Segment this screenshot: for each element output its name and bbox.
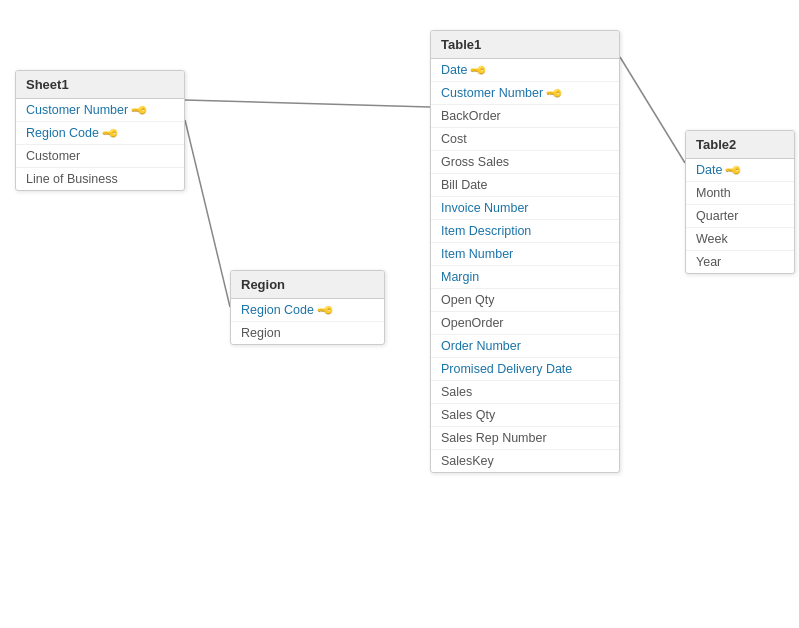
table1-field-openorder: OpenOrder [431,312,619,335]
table1-field-promised-delivery-date: Promised Delivery Date [431,358,619,381]
key-icon: 🔑 [130,100,149,119]
field-label: Month [696,186,731,200]
svg-line-1 [185,120,230,307]
region-field-region: Region [231,322,384,344]
field-label: Item Description [441,224,531,238]
field-label: Sales [441,385,472,399]
field-label: Customer Number [26,103,128,117]
field-label: Week [696,232,728,246]
table2-field-quarter: Quarter [686,205,794,228]
field-label: Order Number [441,339,521,353]
table1-field-gross-sales: Gross Sales [431,151,619,174]
field-label: Margin [441,270,479,284]
field-label: BackOrder [441,109,501,123]
table1-field-margin: Margin [431,266,619,289]
sheet1-field-customer: Customer [16,145,184,168]
key-icon: 🔑 [545,83,564,102]
table1-field-cost: Cost [431,128,619,151]
table1-field-customer-number: Customer Number 🔑 [431,82,619,105]
table1-title: Table1 [431,31,619,59]
sheet1-field-line-of-business: Line of Business [16,168,184,190]
field-label: Promised Delivery Date [441,362,572,376]
table2-field-date: Date 🔑 [686,159,794,182]
table1-field-sales-rep-number: Sales Rep Number [431,427,619,450]
table1-field-backorder: BackOrder [431,105,619,128]
diagram-canvas: Sheet1 Customer Number 🔑 Region Code 🔑 C… [0,0,799,628]
field-label: Cost [441,132,467,146]
key-icon: 🔑 [469,60,488,79]
table2-table: Table2 Date 🔑 Month Quarter Week Year [685,130,795,274]
table1-field-sales: Sales [431,381,619,404]
field-label: Region Code [241,303,314,317]
table1-field-order-number: Order Number [431,335,619,358]
key-icon: 🔑 [315,300,334,319]
table2-field-week: Week [686,228,794,251]
table1-field-sales-qty: Sales Qty [431,404,619,427]
field-label: Date [441,63,467,77]
table1-table: Table1 Date 🔑 Customer Number 🔑 BackOrde… [430,30,620,473]
svg-line-0 [185,100,430,107]
sheet1-table: Sheet1 Customer Number 🔑 Region Code 🔑 C… [15,70,185,191]
table1-field-date: Date 🔑 [431,59,619,82]
table1-field-saleskey: SalesKey [431,450,619,472]
key-icon: 🔑 [100,123,119,142]
region-table: Region Region Code 🔑 Region [230,270,385,345]
field-label: Sales Qty [441,408,495,422]
table2-title: Table2 [686,131,794,159]
field-label: Quarter [696,209,738,223]
field-label: Region [241,326,281,340]
table2-field-year: Year [686,251,794,273]
sheet1-title: Sheet1 [16,71,184,99]
sheet1-field-region-code: Region Code 🔑 [16,122,184,145]
table1-field-bill-date: Bill Date [431,174,619,197]
table1-field-open-qty: Open Qty [431,289,619,312]
field-label: Date [696,163,722,177]
field-label: Customer Number [441,86,543,100]
field-label: OpenOrder [441,316,504,330]
field-label: SalesKey [441,454,494,468]
field-label: Open Qty [441,293,495,307]
region-title: Region [231,271,384,299]
field-label: Gross Sales [441,155,509,169]
field-label: Region Code [26,126,99,140]
field-label: Year [696,255,721,269]
sheet1-field-customer-number: Customer Number 🔑 [16,99,184,122]
field-label: Line of Business [26,172,118,186]
region-field-region-code: Region Code 🔑 [231,299,384,322]
table1-field-invoice-number: Invoice Number [431,197,619,220]
table2-field-month: Month [686,182,794,205]
field-label: Item Number [441,247,513,261]
field-label: Customer [26,149,80,163]
field-label: Sales Rep Number [441,431,547,445]
field-label: Bill Date [441,178,488,192]
key-icon: 🔑 [724,160,743,179]
svg-line-2 [620,57,685,163]
table1-field-item-description: Item Description [431,220,619,243]
table1-field-item-number: Item Number [431,243,619,266]
field-label: Invoice Number [441,201,529,215]
